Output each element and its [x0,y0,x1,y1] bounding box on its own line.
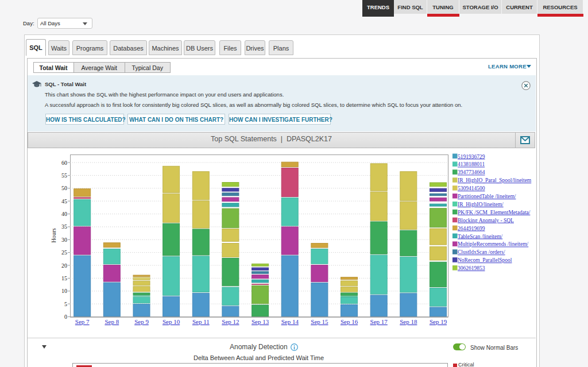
svg-text:Sep 13: Sep 13 [252,318,269,325]
svg-text:25: 25 [61,249,67,256]
svg-text:Sep 11: Sep 11 [192,318,210,325]
svg-text:3947734664: 3947734664 [458,169,485,175]
svg-text:3062619853: 3062619853 [458,265,485,271]
svg-text:30: 30 [61,237,67,243]
svg-text:0: 0 [64,314,67,320]
svg-text:Sep 7: Sep 7 [75,318,90,325]
svg-text:Sep 14: Sep 14 [281,318,299,325]
svg-text:NoRecom_ParallelSpool: NoRecom_ParallelSpool [458,257,512,263]
svg-text:Sep 18: Sep 18 [400,318,417,325]
svg-text:55: 55 [61,172,67,179]
svg-text:Sep 15: Sep 15 [311,318,328,325]
svg-text:PK/FK /SCM_ElementMetadata/: PK/FK /SCM_ElementMetadata/ [458,210,531,215]
svg-text:4138188011: 4138188011 [458,161,485,167]
svg-text:50: 50 [61,185,67,191]
svg-text:Sep 12: Sep 12 [222,318,239,325]
svg-text:IR_HighIO/lineitem/: IR_HighIO/lineitem/ [458,202,504,207]
svg-text:Sep 19: Sep 19 [430,318,447,325]
svg-text:10: 10 [61,288,67,294]
svg-text:MultipleRecommends /lineitem/: MultipleRecommends /lineitem/ [458,241,529,247]
svg-text:Sep 10: Sep 10 [163,318,180,325]
svg-text:45: 45 [61,198,67,204]
svg-text:5191936729: 5191936729 [458,154,485,160]
svg-text:Blocking Anomaly - SQL: Blocking Anomaly - SQL [458,218,514,223]
svg-text:15: 15 [61,275,67,281]
svg-text:Sep 9: Sep 9 [134,318,149,325]
svg-text:40: 40 [61,211,67,217]
svg-text:TableScan /lineitem/: TableScan /lineitem/ [458,234,503,239]
svg-text:IR_HighIO_Paral_Spool/lineitem: IR_HighIO_Paral_Spool/lineitem [458,177,532,183]
svg-text:Sep 8: Sep 8 [105,318,119,325]
svg-text:5: 5 [64,301,67,307]
svg-text:35: 35 [61,223,67,230]
svg-text:2644919699: 2644919699 [458,226,485,231]
svg-text:60: 60 [61,160,67,166]
svg-text:PartitionedTable /lineitem/: PartitionedTable /lineitem/ [458,194,516,199]
svg-text:Sep 17: Sep 17 [370,318,388,325]
svg-text:Sep 16: Sep 16 [341,318,358,325]
svg-text:20: 20 [61,262,67,269]
svg-text:5309414500: 5309414500 [458,186,485,191]
svg-text:Hours: Hours [51,228,57,243]
svg-text:ClustIdxScan /orders/: ClustIdxScan /orders/ [458,249,505,255]
